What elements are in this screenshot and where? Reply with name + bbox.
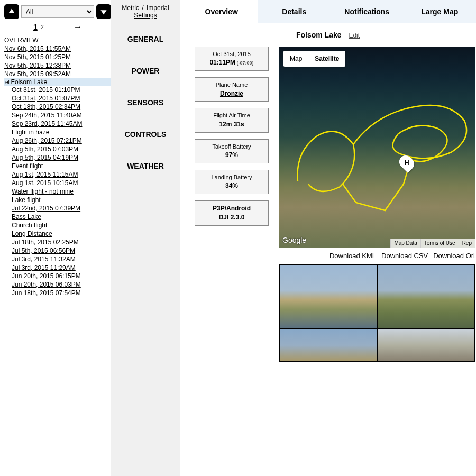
- google-logo: Google: [282, 236, 306, 244]
- flight-link-selected[interactable]: el Folsom Lake: [4, 78, 111, 86]
- flight-link[interactable]: Water flight - not mine: [4, 187, 111, 196]
- download-link[interactable]: Download KML: [329, 252, 376, 260]
- flight-link[interactable]: Church flight: [4, 221, 111, 230]
- flight-link[interactable]: Jul 5th, 2015 06:56PM: [4, 246, 111, 255]
- flight-link[interactable]: Aug 1st, 2015 10:15AM: [4, 179, 111, 187]
- tabs-row: OverviewDetailsNotificationsLarge Map: [185, 0, 476, 23]
- download-link[interactable]: Download Ori: [433, 252, 475, 260]
- filter-select[interactable]: All: [21, 5, 94, 18]
- flight-link[interactable]: Jun 18th, 2015 07:54PM: [4, 289, 111, 297]
- settings-link[interactable]: Settings: [134, 12, 157, 19]
- metric-link[interactable]: Metric: [122, 4, 139, 12]
- page-next-icon[interactable]: →: [74, 22, 82, 32]
- info-card: Oct 31st, 201501:11PM (-07:00): [195, 47, 269, 71]
- tab-overview[interactable]: Overview: [185, 0, 258, 23]
- flight-link[interactable]: Lake flight: [4, 196, 111, 204]
- photo-thumbnail[interactable]: [280, 329, 377, 361]
- info-card: Landing Battery34%: [195, 170, 269, 194]
- flight-link[interactable]: Flight in haze: [4, 128, 111, 136]
- nav-section-sensors[interactable]: SENSORS: [113, 91, 178, 123]
- flight-link[interactable]: Bass Lake: [4, 213, 111, 221]
- nav-section-general[interactable]: GENERAL: [113, 28, 178, 59]
- nav-section-controls[interactable]: CONTROLS: [113, 123, 178, 154]
- paging: 1 2 →: [4, 22, 111, 32]
- page-current: 1: [33, 23, 38, 31]
- flight-link[interactable]: Jul 3rd, 2015 11:32AM: [4, 255, 111, 263]
- flight-link[interactable]: Nov 5th, 2015 12:38PM: [4, 61, 111, 70]
- info-card: Plane NameDronzie: [195, 77, 269, 102]
- prev-arrow-button[interactable]: [4, 4, 19, 19]
- flight-link[interactable]: Jun 20th, 2015 06:15PM: [4, 272, 111, 280]
- flight-link[interactable]: Nov 5th, 2015 01:25PM: [4, 53, 111, 61]
- flight-link[interactable]: Nov 5th, 2015 09:52AM: [4, 70, 111, 78]
- nav-section-power[interactable]: POWER: [113, 59, 178, 91]
- map-footer-link[interactable]: Rep: [459, 239, 475, 248]
- next-arrow-button[interactable]: [96, 4, 111, 19]
- flight-link[interactable]: Aug 5th, 2015 07:03PM: [4, 145, 111, 153]
- flight-link[interactable]: Aug 26th, 2015 07:21PM: [4, 136, 111, 145]
- page-title: Folsom Lake: [296, 31, 342, 39]
- satellite-mode-button[interactable]: Satellite: [308, 51, 345, 67]
- flight-link[interactable]: Jul 18th, 2015 02:25PM: [4, 238, 111, 246]
- photo-thumbnails: [279, 264, 475, 362]
- tab-notifications[interactable]: Notifications: [331, 0, 404, 23]
- info-card: P3P/AndroidDJI 2.3.0: [195, 200, 269, 226]
- flight-link[interactable]: Oct 18th, 2015 02:34PM: [4, 103, 111, 111]
- map-mode-button[interactable]: Map: [283, 51, 308, 67]
- tab-details[interactable]: Details: [258, 0, 331, 23]
- flight-link[interactable]: Jul 22nd, 2015 07:39PM: [4, 204, 111, 213]
- flight-link[interactable]: Event flight: [4, 162, 111, 170]
- photo-thumbnail[interactable]: [378, 329, 474, 361]
- info-card: Flight Air Time12m 31s: [195, 108, 269, 132]
- tab-large-map[interactable]: Large Map: [404, 0, 477, 23]
- overview-link[interactable]: OVERVIEW: [4, 36, 111, 44]
- page-2-link[interactable]: 2: [41, 24, 44, 30]
- flight-link[interactable]: Aug 1st, 2015 11:15AM: [4, 170, 111, 179]
- map-footer-link[interactable]: Terms of Use: [420, 239, 459, 248]
- download-link[interactable]: Download CSV: [381, 252, 428, 260]
- flight-list: OVERVIEWNov 6th, 2015 11:55AMNov 5th, 20…: [4, 36, 111, 297]
- flight-link[interactable]: Oct 31st, 2015 01:10PM: [4, 86, 111, 94]
- nav-section-weather[interactable]: WEATHER: [113, 154, 178, 186]
- flight-path-icon: [279, 47, 475, 248]
- photo-thumbnail[interactable]: [378, 265, 474, 328]
- flight-link[interactable]: Sep 23rd, 2015 11:45AM: [4, 120, 111, 128]
- flight-link[interactable]: Jul 3rd, 2015 11:29AM: [4, 263, 111, 272]
- flight-link[interactable]: Oct 31st, 2015 01:07PM: [4, 94, 111, 103]
- flight-link[interactable]: Sep 24th, 2015 11:40AM: [4, 111, 111, 120]
- map-footer-link[interactable]: Map Data: [390, 239, 420, 248]
- flight-link[interactable]: Long Distance: [4, 230, 111, 238]
- photo-thumbnail[interactable]: [280, 265, 377, 328]
- map-type-switch: Map Satellite: [283, 51, 345, 67]
- edit-link[interactable]: Edit: [349, 32, 360, 39]
- info-card: Takeoff Battery97%: [195, 139, 269, 163]
- flight-link[interactable]: Aug 5th, 2015 04:19PM: [4, 153, 111, 162]
- flight-link[interactable]: Nov 6th, 2015 11:55AM: [4, 44, 111, 53]
- map[interactable]: Map Satellite H Google Map DataTerms of …: [279, 47, 475, 248]
- imperial-link[interactable]: Imperial: [147, 4, 169, 12]
- flight-link[interactable]: Jun 20th, 2015 06:03PM: [4, 280, 111, 289]
